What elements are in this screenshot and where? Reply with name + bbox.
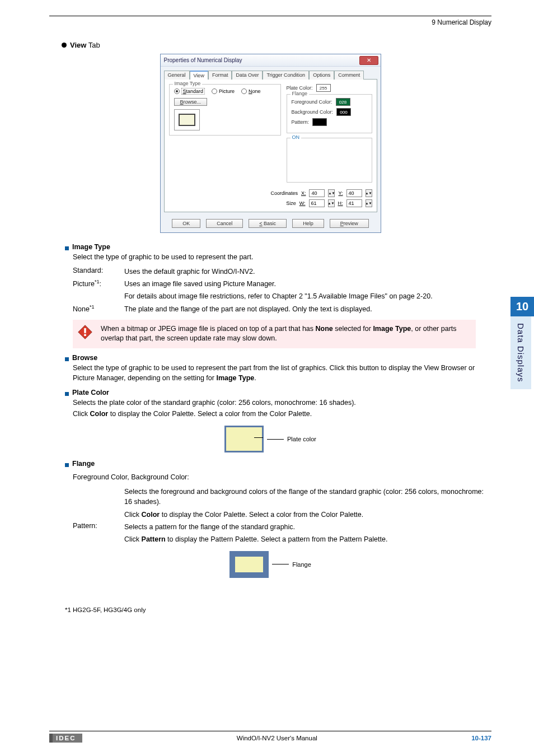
plate-color-diagram: Plate color bbox=[224, 426, 316, 452]
flange-fgbg-label: Foreground Color, Background Color: bbox=[73, 472, 491, 482]
tab-comment[interactable]: Comment bbox=[334, 71, 364, 80]
radio-picture[interactable]: Picture bbox=[212, 88, 235, 94]
term-picture: Picture*1: bbox=[73, 279, 124, 289]
on-group-label: ON bbox=[291, 134, 302, 140]
svg-rect-2 bbox=[84, 334, 86, 336]
flange-pattern-label: Pattern: bbox=[73, 522, 124, 532]
fg-color-label: Foreground Color: bbox=[292, 99, 332, 105]
chapter-tab: 10 Data Displays bbox=[510, 297, 534, 389]
image-type-group: Image Type Standard Picture bbox=[169, 84, 281, 136]
flange-group: Flange Foreground Color: 028 Background … bbox=[287, 94, 372, 133]
x-label: X: bbox=[301, 190, 306, 196]
coordinates-label: Coordinates bbox=[270, 190, 298, 196]
fg-color-chip[interactable]: 028 bbox=[336, 98, 350, 106]
size-label: Size bbox=[286, 200, 296, 206]
square-bullet-icon bbox=[65, 392, 69, 396]
x-spinner[interactable]: ▲▼ bbox=[328, 189, 335, 197]
flange-caption: Flange bbox=[292, 561, 311, 568]
footer-brand: IDEC bbox=[49, 734, 82, 743]
browse-button[interactable]: Browse... bbox=[174, 98, 208, 106]
ok-button[interactable]: OK bbox=[172, 219, 200, 228]
flange-pattern-desc1: Selects a pattern for the flange of the … bbox=[124, 522, 491, 532]
y-label: Y: bbox=[338, 190, 343, 196]
preview-button[interactable]: Preview bbox=[330, 219, 369, 228]
plate-color-l2: Click Color to display the Color Palette… bbox=[73, 409, 491, 419]
desc-none: The plate and the flange of the part are… bbox=[124, 304, 491, 314]
pattern-label: Pattern: bbox=[292, 119, 310, 125]
plate-color-caption: Plate color bbox=[287, 436, 316, 442]
term-none: None*1 bbox=[73, 304, 124, 314]
tab-general[interactable]: General bbox=[164, 71, 190, 80]
desc-picture: Uses an image file saved using Picture M… bbox=[124, 279, 491, 289]
browse-heading: Browse bbox=[72, 354, 97, 362]
flange-fgbg-desc2: Click Color to display the Color Palette… bbox=[124, 510, 491, 520]
basic-button[interactable]: < Basic bbox=[249, 219, 287, 228]
x-input[interactable]: 40 bbox=[309, 189, 325, 197]
chapter-number: 10 bbox=[510, 297, 534, 316]
tab-data-over[interactable]: Data Over bbox=[232, 71, 263, 80]
tab-format[interactable]: Format bbox=[208, 71, 232, 80]
on-group: ON bbox=[287, 138, 372, 183]
bg-color-chip[interactable]: 000 bbox=[336, 108, 351, 116]
tab-options[interactable]: Options bbox=[309, 71, 334, 80]
y-input[interactable]: 40 bbox=[346, 189, 362, 197]
view-tab-heading: View Tab bbox=[70, 41, 100, 49]
preview-thumbnail bbox=[174, 109, 200, 130]
w-input[interactable]: 61 bbox=[309, 199, 325, 207]
chapter-label: Data Displays bbox=[510, 316, 531, 389]
image-type-group-label: Image Type bbox=[173, 81, 203, 86]
y-spinner[interactable]: ▲▼ bbox=[366, 189, 372, 197]
term-standard: Standard: bbox=[73, 267, 124, 277]
dialog-title-bar: Properties of Numerical Display ✕ bbox=[161, 54, 381, 67]
plate-color-l1: Selects the plate color of the standard … bbox=[73, 398, 491, 408]
desc-standard: Uses the default graphic for WindO/I-NV2… bbox=[124, 267, 491, 277]
footnote: *1 HG2G-5F, HG3G/4G only bbox=[65, 606, 491, 613]
browse-body: Select the type of graphic to be used to… bbox=[73, 363, 491, 383]
h-label: H: bbox=[338, 200, 343, 206]
close-button[interactable]: ✕ bbox=[359, 56, 378, 65]
flange-group-label: Flange bbox=[291, 91, 310, 96]
warning-icon bbox=[77, 324, 93, 340]
bg-color-label: Background Color: bbox=[292, 109, 334, 115]
square-bullet-icon bbox=[65, 463, 69, 467]
footer-center: WindO/I-NV2 User's Manual bbox=[237, 735, 317, 741]
flange-fgbg-desc1: Selects the foreground and background co… bbox=[124, 487, 491, 507]
page-footer: IDEC WindO/I-NV2 User's Manual 10-137 bbox=[49, 731, 491, 743]
svg-rect-1 bbox=[84, 328, 86, 333]
image-type-intro: Select the type of graphic to be used to… bbox=[73, 252, 491, 262]
section-bullet bbox=[62, 43, 67, 48]
properties-dialog: Properties of Numerical Display ✕ Genera… bbox=[160, 54, 381, 233]
desc-picture-detail: For details about image file restriction… bbox=[124, 291, 491, 301]
footer-page: 10-137 bbox=[471, 735, 491, 741]
warning-note: When a bitmap or JPEG image file is plac… bbox=[73, 320, 476, 348]
h-input[interactable]: 41 bbox=[346, 199, 362, 207]
plate-color-label: Plate Color: bbox=[287, 85, 313, 91]
flange-heading: Flange bbox=[72, 460, 95, 468]
square-bullet-icon bbox=[65, 246, 69, 250]
flange-diagram: Flange bbox=[229, 551, 311, 578]
w-spinner[interactable]: ▲▼ bbox=[328, 199, 335, 207]
radio-none[interactable]: None bbox=[241, 88, 261, 94]
plate-color-heading: Plate Color bbox=[72, 389, 109, 396]
plate-color-chip[interactable]: 255 bbox=[316, 84, 331, 92]
tab-trigger-condition[interactable]: Trigger Condition bbox=[263, 71, 309, 80]
radio-standard[interactable]: Standard bbox=[174, 88, 205, 95]
w-label: W: bbox=[299, 200, 306, 206]
dialog-tabs: General View Format Data Over Trigger Co… bbox=[161, 67, 381, 79]
tab-view[interactable]: View bbox=[190, 71, 208, 80]
h-spinner[interactable]: ▲▼ bbox=[366, 199, 372, 207]
cancel-button[interactable]: Cancel bbox=[206, 219, 243, 228]
page-header: 9 Numerical Display bbox=[49, 18, 491, 26]
flange-pattern-desc2: Click Pattern to display the Pattern Pal… bbox=[124, 534, 491, 544]
image-type-heading: Image Type bbox=[72, 243, 110, 251]
dialog-title: Properties of Numerical Display bbox=[164, 57, 242, 63]
help-button[interactable]: Help bbox=[292, 219, 324, 228]
pattern-chip[interactable] bbox=[312, 118, 327, 126]
square-bullet-icon bbox=[65, 357, 69, 361]
